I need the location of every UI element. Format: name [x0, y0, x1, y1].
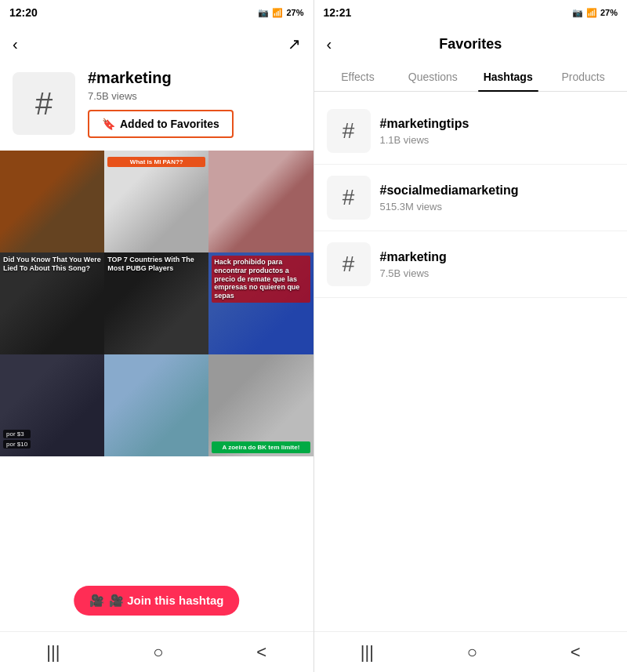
left-status-icons: 📷 📶 27%: [258, 8, 303, 18]
hashtag-info: #marketing 7.5B views 🔖 Added to Favorit…: [88, 69, 301, 138]
hashtag-info-marketing: #marketing 7.5B views: [380, 250, 615, 279]
list-item-marketing[interactable]: # #marketing 7.5B views: [314, 231, 628, 298]
video-grid: What is MI PAN?? Did You Know That You W…: [0, 151, 314, 631]
video-cell-3[interactable]: [208, 151, 313, 252]
list-item-marketingtips[interactable]: # #marketingtips 1.1B views: [314, 98, 628, 165]
hashtag-views-3: 7.5B views: [380, 267, 615, 279]
hashtag-info-marketingtips: #marketingtips 1.1B views: [380, 117, 615, 146]
tab-products[interactable]: Products: [545, 63, 621, 91]
page-title: Favorites: [439, 36, 502, 53]
share-button[interactable]: ↗: [288, 35, 301, 53]
right-status-icons: 📷 📶 27%: [572, 8, 618, 18]
hash-symbol: #: [35, 86, 53, 122]
left-bottom-nav: ||| ○ <: [0, 631, 314, 672]
hashtag-icon-socialmedia: #: [327, 176, 371, 220]
video-cell-7[interactable]: por $3 por $10: [0, 354, 104, 456]
right-nav-menu[interactable]: |||: [361, 642, 374, 663]
hashtag-icon-marketing: #: [327, 242, 371, 286]
battery-left: 27%: [286, 8, 303, 17]
hashtag-info-socialmedia: #socialmediamarketing 515.3M views: [380, 183, 615, 212]
price-2: por $10: [3, 440, 31, 449]
back-button[interactable]: ‹: [13, 35, 18, 53]
hashtag-name-2: #socialmediamarketing: [380, 183, 615, 198]
right-bottom-nav: ||| ○ <: [314, 631, 628, 672]
grid-row-2: Did You Know That You Were Lied To About…: [0, 252, 314, 354]
left-time: 12:20: [9, 6, 38, 19]
hash-icon-1: #: [342, 118, 355, 143]
cell-4-overlay: Did You Know That You Were Lied To About…: [3, 256, 101, 273]
tab-questions[interactable]: Questions: [395, 63, 470, 91]
video-cell-4[interactable]: Did You Know That You Were Lied To About…: [0, 252, 104, 354]
left-panel: 12:20 📷 📶 27% ‹ ↗ # #marketing 7.5B view…: [0, 0, 314, 672]
left-status-bar: 12:20 📷 📶 27%: [0, 0, 314, 25]
join-hashtag-button[interactable]: 🎥 🎥 Join this hashtag: [74, 586, 240, 616]
favorites-tabs: Effects Questions Hashtags Products: [314, 63, 628, 92]
bookmark-icon: 🔖: [102, 118, 115, 130]
left-nav-back[interactable]: <: [256, 642, 266, 663]
right-time: 12:21: [324, 6, 352, 19]
hashtag-title: #marketing: [88, 69, 301, 87]
hash-icon-2: #: [342, 185, 355, 210]
right-back-button[interactable]: ‹: [327, 35, 332, 53]
right-nav-back[interactable]: <: [571, 642, 581, 663]
right-status-bar: 12:21 📷 📶 27%: [314, 0, 628, 25]
cell-9-overlay: A zoeira do BK tem limite!: [212, 441, 310, 453]
price-1: por $3: [3, 430, 31, 438]
hashtag-icon-marketingtips: #: [327, 109, 371, 153]
cell-5-overlay: TOP 7 Countries With The Most PUBG Playe…: [107, 256, 205, 273]
left-nav-menu[interactable]: |||: [46, 642, 60, 663]
grid-row-3: por $3 por $10 A zoeira do BK tem limite…: [0, 354, 314, 456]
video-camera-icon: 🎥: [89, 594, 104, 608]
hashtag-views-2: 515.3M views: [380, 201, 615, 212]
video-cell-2[interactable]: What is MI PAN??: [104, 151, 208, 252]
cell-6-overlay: Hack prohibido para encontrar productos …: [212, 256, 310, 303]
hash-icon-3: #: [342, 252, 355, 277]
r-battery: 27%: [600, 8, 618, 17]
r-wifi-icon: 📶: [586, 8, 597, 18]
wifi-icon: 📶: [272, 8, 283, 18]
favorites-label: Added to Favorites: [120, 118, 219, 130]
right-nav-home[interactable]: ○: [467, 642, 477, 663]
video-cell-5[interactable]: TOP 7 Countries With The Most PUBG Playe…: [104, 252, 208, 354]
tab-effects[interactable]: Effects: [321, 63, 396, 91]
video-cell-6[interactable]: Hack prohibido para encontrar productos …: [208, 252, 313, 354]
hashtag-header: # #marketing 7.5B views 🔖 Added to Favor…: [0, 63, 314, 151]
r-camera-icon: 📷: [572, 8, 583, 18]
cell-2-overlay: What is MI PAN??: [107, 157, 205, 167]
join-label: 🎥 Join this hashtag: [109, 594, 224, 608]
tab-hashtags[interactable]: Hashtags: [470, 63, 545, 91]
video-cell-8[interactable]: [104, 354, 208, 456]
right-top-nav: ‹ Favorites: [314, 25, 628, 63]
hashtags-list: # #marketingtips 1.1B views # #socialmed…: [314, 92, 628, 631]
hashtag-name-3: #marketing: [380, 250, 615, 264]
hashtag-thumbnail: #: [13, 72, 75, 135]
right-panel: 12:21 📷 📶 27% ‹ Favorites Effects Questi…: [314, 0, 628, 672]
video-cell-1[interactable]: [0, 151, 104, 252]
hashtag-name-1: #marketingtips: [380, 117, 615, 131]
left-nav-home[interactable]: ○: [153, 642, 163, 663]
grid-row-1: What is MI PAN??: [0, 151, 314, 252]
camera-icon: 📷: [258, 8, 269, 18]
add-to-favorites-button[interactable]: 🔖 Added to Favorites: [88, 110, 234, 138]
hashtag-views: 7.5B views: [88, 90, 301, 102]
left-top-nav: ‹ ↗: [0, 25, 314, 63]
video-cell-9[interactable]: A zoeira do BK tem limite!: [208, 354, 313, 456]
hashtag-views-1: 1.1B views: [380, 134, 615, 146]
list-item-socialmediamarketing[interactable]: # #socialmediamarketing 515.3M views: [314, 165, 628, 231]
price-overlay: por $3 por $10: [3, 430, 31, 449]
